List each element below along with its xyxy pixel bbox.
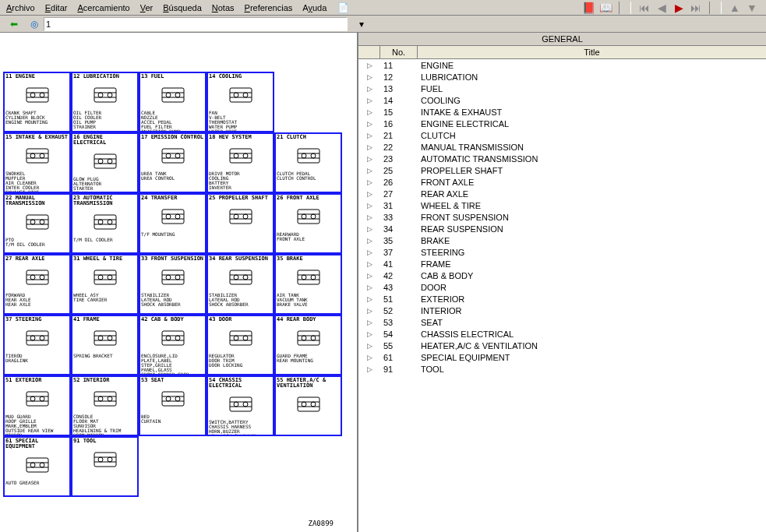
table-row[interactable]: ▷51EXTERIOR	[358, 293, 766, 305]
nav-prev-icon[interactable]: ◀	[655, 2, 668, 14]
diagram-cell[interactable]: 12 LUBRICATIONOIL FILTER OIL COOLER OIL …	[71, 72, 139, 132]
diagram-cell[interactable]: 23 AUTOMATIC TRANSMISSIONT/M OIL COOLER	[71, 193, 139, 254]
expand-icon[interactable]: ▷	[358, 120, 380, 128]
nav-next-icon[interactable]: ▶	[672, 2, 685, 14]
expand-icon[interactable]: ▷	[358, 330, 380, 338]
diagram-cell[interactable]: 33 FRONT SUSPENSIONSTABILIZER LATERAL RO…	[139, 254, 207, 315]
diagram-cell[interactable]: 22 MANUAL TRANSMISSIONPTO T/M OIL COOLER	[3, 193, 71, 254]
expand-icon[interactable]: ▷	[358, 319, 380, 326]
dropdown-icon[interactable]: ▾	[355, 18, 368, 30]
table-row[interactable]: ▷54CHASSIS ELECTRICAL	[358, 328, 766, 340]
diagram-cell[interactable]: 43 DOORREGULATOR DOOR TRIM DOOR LOCKING	[207, 315, 274, 375]
table-row[interactable]: ▷34REAR SUSPENSION	[358, 223, 766, 234]
expand-icon[interactable]: ▷	[358, 167, 380, 174]
table-row[interactable]: ▷53SEAT	[358, 316, 766, 328]
diagram-cell[interactable]: 53 SEATBED CURTAIN	[139, 375, 207, 436]
expand-icon[interactable]: ▷	[358, 202, 380, 210]
diagram-cell[interactable]: 35 BRAKEAIR TANK VACUUM TANK BRAKE VALVE	[274, 254, 342, 315]
table-row[interactable]: ▷61SPECIAL EQUIPMENT	[358, 351, 766, 363]
book-white-icon[interactable]: 📖	[599, 2, 612, 14]
menu-ayuda[interactable]: Ayuda	[298, 2, 331, 14]
table-row[interactable]: ▷14COOLING	[358, 94, 766, 106]
target-icon[interactable]: ◎	[28, 18, 41, 30]
nav-last-icon[interactable]: ⏭	[690, 2, 702, 14]
expand-icon[interactable]: ▷	[358, 155, 380, 163]
menu-ver[interactable]: Ver	[136, 2, 158, 14]
diagram-cell[interactable]: 25 PROPELLER SHAFT	[207, 193, 274, 254]
table-row[interactable]: ▷12LUBRICATION	[358, 71, 766, 83]
table-row[interactable]: ▷25PROPELLER SHAFT	[358, 164, 766, 176]
expand-icon[interactable]: ▷	[358, 73, 380, 81]
diagram-cell[interactable]: 14 COOLINGFAN V-BELT THERMOSTAT WATER PU…	[207, 72, 274, 132]
menu-busqueda[interactable]: Búsqueda	[158, 2, 207, 14]
expand-icon[interactable]: ▷	[358, 213, 380, 221]
table-row[interactable]: ▷27REAR AXLE	[358, 188, 766, 199]
nav-up-icon[interactable]: ▲	[729, 2, 741, 14]
expand-icon[interactable]: ▷	[358, 365, 380, 373]
expand-icon[interactable]: ▷	[358, 178, 380, 186]
nav-down-icon[interactable]: ▼	[746, 2, 758, 14]
table-row[interactable]: ▷42CAB & BODY	[358, 270, 766, 281]
diagram-cell[interactable]: 42 CAB & BODYENCLOSURE,LID PLATE,LABEL S…	[139, 315, 207, 375]
diagram-cell[interactable]: 13 FUELCABLE NOZZLE ACCEL PEDAL FUEL FIL…	[139, 72, 207, 132]
menu-editar[interactable]: Editar	[41, 2, 72, 14]
menu-archivo[interactable]: Archivo	[2, 2, 40, 14]
diagram-cell[interactable]: 91 TOOL	[71, 436, 139, 497]
diagram-cell[interactable]: 51 EXTERIORMUD GUARD ROOF GRILLE MARK,EM…	[3, 375, 71, 436]
table-row[interactable]: ▷35BRAKE	[358, 234, 766, 246]
diagram-cell[interactable]: 61 SPECIAL EQUIPMENTAUTO GREASER	[3, 436, 71, 497]
diagram-cell[interactable]: 34 REAR SUSPENSIONSTABILIZER LATERAL ROD…	[207, 254, 274, 315]
table-row[interactable]: ▷52INTERIOR	[358, 305, 766, 316]
expand-icon[interactable]: ▷	[358, 85, 380, 93]
col-expand[interactable]	[358, 46, 380, 58]
table-row[interactable]: ▷41FRAME	[358, 258, 766, 270]
expand-icon[interactable]: ▷	[358, 260, 380, 268]
expand-icon[interactable]: ▷	[358, 354, 380, 361]
diagram-cell[interactable]: 27 REAR AXLEFORWARD REAR AXLE REAR AXLE	[3, 254, 71, 315]
table-row[interactable]: ▷33FRONT SUSPENSION	[358, 211, 766, 223]
table-row[interactable]: ▷15INTAKE & EXHAUST	[358, 106, 766, 118]
diagram-cell[interactable]: 54 CHASSIS ELECTRICALSWITCH,BATTERY CHAS…	[207, 375, 274, 436]
col-title[interactable]: Title	[418, 46, 766, 58]
table-row[interactable]: ▷31WHEEL & TIRE	[358, 199, 766, 211]
table-row[interactable]: ▷43DOOR	[358, 281, 766, 293]
menu-preferencias[interactable]: Preferencias	[240, 2, 298, 14]
diagram-cell[interactable]: 41 FRAMESPRING BRACKET	[71, 315, 139, 375]
table-row[interactable]: ▷91TOOL	[358, 363, 766, 375]
diagram-cell[interactable]: 16 ENGINE ELECTRICALGLOW PLUG ALTERNATOR…	[71, 132, 139, 193]
expand-icon[interactable]: ▷	[358, 108, 380, 116]
table-row[interactable]: ▷21CLUTCH	[358, 129, 766, 141]
book-red-icon[interactable]: 📕	[582, 2, 595, 14]
diagram-pane[interactable]: 11 ENGINECRANK SHAFT CYLINDER BLOCK ENGI…	[0, 33, 358, 532]
table-row[interactable]: ▷16ENGINE ELECTRICAL	[358, 118, 766, 129]
expand-icon[interactable]: ▷	[358, 342, 380, 350]
table-row[interactable]: ▷22MANUAL TRANSMISSION	[358, 141, 766, 153]
page-icon[interactable]: 📄	[337, 2, 349, 14]
expand-icon[interactable]: ▷	[358, 132, 380, 139]
diagram-cell[interactable]: 26 FRONT AXLEREARWARD FRONT AXLE	[274, 193, 342, 254]
table-row[interactable]: ▷37STEERING	[358, 246, 766, 258]
expand-icon[interactable]: ▷	[358, 272, 380, 280]
diagram-cell[interactable]: 55 HEATER,A/C & VENTILATION	[274, 375, 342, 436]
back-icon[interactable]: ⬅	[8, 18, 20, 30]
path-combo[interactable]	[44, 17, 348, 31]
nav-first-icon[interactable]: ⏮	[638, 2, 651, 14]
diagram-cell[interactable]: 52 INTERIORCONSOLE FLOOR MAT SUNVISOR HE…	[71, 375, 139, 436]
col-no[interactable]: No.	[380, 46, 418, 58]
table-row[interactable]: ▷11ENGINE	[358, 59, 766, 71]
diagram-cell[interactable]: 21 CLUTCHCLUTCH PEDAL CLUTCH CONTROL	[274, 132, 342, 193]
expand-icon[interactable]: ▷	[358, 190, 380, 198]
table-row[interactable]: ▷26FRONT AXLE	[358, 176, 766, 188]
expand-icon[interactable]: ▷	[358, 62, 380, 69]
diagram-cell[interactable]: 44 REAR BODYGUARD FRAME REAR MOUNTING	[274, 315, 342, 375]
table-row[interactable]: ▷23AUTOMATIC TRANSMISSION	[358, 153, 766, 164]
expand-icon[interactable]: ▷	[358, 295, 380, 303]
expand-icon[interactable]: ▷	[358, 225, 380, 233]
diagram-cell[interactable]: 37 STEERINGTIEROD DRAGLINK	[3, 315, 71, 375]
expand-icon[interactable]: ▷	[358, 248, 380, 256]
menu-notas[interactable]: Notas	[207, 2, 239, 14]
diagram-cell[interactable]: 15 INTAKE & EXHAUSTSNORKEL MUFFLER AIR C…	[3, 132, 71, 193]
list-body[interactable]: ▷11ENGINE▷12LUBRICATION▷13FUEL▷14COOLING…	[358, 59, 766, 532]
diagram-cell[interactable]: 17 EMISSION CONTROLUREA TANK UREA CONTRO…	[139, 132, 207, 193]
table-row[interactable]: ▷55HEATER,A/C & VENTILATION	[358, 340, 766, 351]
